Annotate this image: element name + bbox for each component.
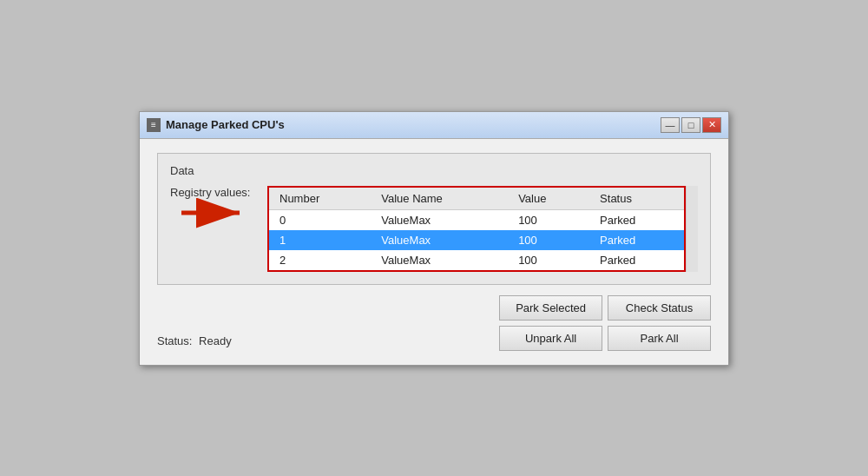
close-button[interactable]: ✕ <box>702 117 721 133</box>
registry-row: Registry values: <box>170 186 698 272</box>
data-section: Data Registry values: <box>157 153 711 285</box>
registry-table-container: Number Value Name Value Status 0ValueMax… <box>267 186 686 272</box>
table-row[interactable]: 0ValueMax100Parked <box>269 209 684 230</box>
check-status-button[interactable]: Check Status <box>608 295 711 321</box>
cell-value-2: 100 <box>508 250 589 270</box>
arrow-icon <box>177 194 251 232</box>
window-icon-symbol: ≡ <box>151 120 156 129</box>
unpark-all-button[interactable]: Unpark All <box>499 326 602 351</box>
col-value: Value <box>508 188 589 210</box>
cell-value-0: 100 <box>508 209 589 230</box>
bottom-area: Status: Ready Park Selected Check Status… <box>157 295 711 351</box>
col-status: Status <box>589 188 684 210</box>
table-row[interactable]: 1ValueMax100Parked <box>269 230 684 250</box>
scrollbar[interactable] <box>686 186 698 272</box>
cell-value_name-0: ValueMax <box>371 209 508 230</box>
window-title: Manage Parked CPU's <box>166 118 285 131</box>
title-bar: ≡ Manage Parked CPU's — □ ✕ <box>140 112 728 139</box>
window-body: Data Registry values: <box>140 139 728 365</box>
minimize-button[interactable]: — <box>661 117 680 133</box>
table-row[interactable]: 2ValueMax100Parked <box>269 250 684 270</box>
cell-value_name-1: ValueMax <box>371 230 508 250</box>
col-value-name: Value Name <box>371 188 508 210</box>
cell-status-0: Parked <box>589 209 684 230</box>
status-value: Ready <box>199 334 232 347</box>
status-label: Status: <box>157 334 192 347</box>
cell-value-1: 100 <box>508 230 589 250</box>
park-selected-button[interactable]: Park Selected <box>499 295 602 321</box>
cell-number-0: 0 <box>269 209 371 230</box>
table-header-row: Number Value Name Value Status <box>269 188 684 210</box>
title-bar-left: ≡ Manage Parked CPU's <box>147 118 285 132</box>
col-number: Number <box>269 188 371 210</box>
title-controls: — □ ✕ <box>661 117 721 133</box>
main-window: ≡ Manage Parked CPU's — □ ✕ Data Registr… <box>139 111 729 366</box>
park-all-button[interactable]: Park All <box>608 326 711 351</box>
arrow-container: Registry values: <box>170 186 257 199</box>
cell-status-2: Parked <box>589 250 684 270</box>
cell-number-2: 2 <box>269 250 371 270</box>
status-area: Status: Ready <box>157 334 232 351</box>
table-wrapper: Number Value Name Value Status 0ValueMax… <box>267 186 698 272</box>
cell-value_name-2: ValueMax <box>371 250 508 270</box>
buttons-grid: Park Selected Check Status Unpark All Pa… <box>499 295 711 351</box>
cell-number-1: 1 <box>269 230 371 250</box>
registry-table: Number Value Name Value Status 0ValueMax… <box>269 188 684 270</box>
cell-status-1: Parked <box>589 230 684 250</box>
maximize-button[interactable]: □ <box>681 117 700 133</box>
data-section-title: Data <box>170 164 698 177</box>
window-icon: ≡ <box>147 118 161 132</box>
